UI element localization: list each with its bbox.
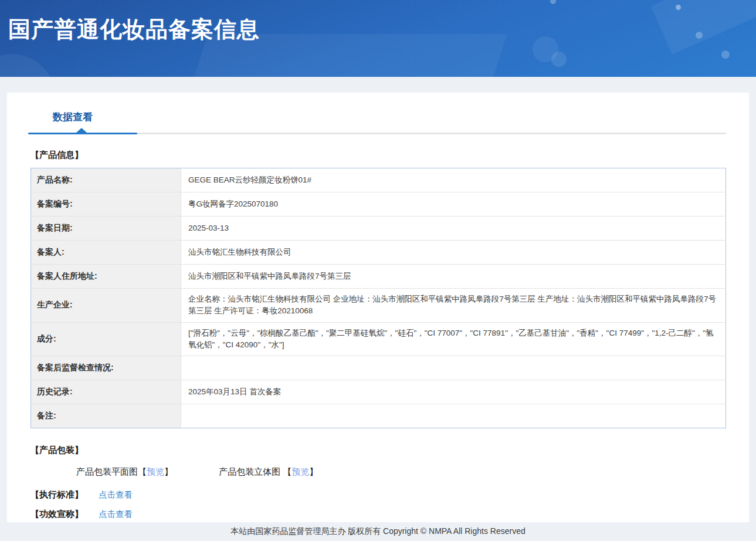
table-row: 产品名称: GEGE BEAR云纱轻颜定妆粉饼01# — [31, 168, 726, 192]
row-value: ["滑石粉"，"云母"，"棕榈酸乙基己酯"，"聚二甲基硅氧烷"，"硅石"，"CI… — [181, 322, 726, 356]
packaging-row: 产品包装平面图【预览】 产品包装立体图 【预览】 — [76, 466, 726, 478]
banner-circle-decoration — [551, 52, 567, 67]
efficacy-claim-label: 【功效宣称】 — [30, 509, 83, 519]
table-row: 成分: ["滑石粉"，"云母"，"棕榈酸乙基己酯"，"聚二甲基硅氧烷"，"硅石"… — [31, 322, 726, 356]
tab-active-underline — [28, 133, 137, 134]
table-row: 生产企业: 企业名称：汕头市铭汇生物科技有限公司 企业地址：汕头市潮阳区和平镇紫… — [31, 289, 726, 323]
efficacy-claim-row: 【功效宣称】 点击查看 — [30, 509, 726, 520]
footer-copyright-text: 本站由国家药品监督管理局主办 版权所有 Copyright © NMPA All… — [230, 526, 525, 536]
packaging-flat-preview-link[interactable]: 预览 — [147, 466, 164, 476]
bracket: 【 — [138, 466, 147, 476]
packaging-3d-image-item: 产品包装立体图 【预览】 — [219, 466, 318, 478]
row-label: 备案日期: — [31, 217, 181, 241]
bracket: 】 — [164, 466, 173, 476]
row-label: 历史记录: — [31, 380, 181, 404]
row-value: 汕头市铭汇生物科技有限公司 — [181, 241, 726, 265]
packaging-3d-preview-link[interactable]: 预览 — [291, 466, 309, 476]
table-row: 备案后监督检查情况: — [31, 356, 726, 380]
banner-circle-decoration — [0, 54, 56, 77]
content-card: 数据查看 【产品信息】 产品名称: GEGE BEAR云纱轻颜定妆粉饼01# 备… — [7, 93, 749, 522]
page-footer: 本站由国家药品监督管理局主办 版权所有 Copyright © NMPA All… — [0, 522, 756, 541]
tab-bar: 数据查看 — [7, 93, 749, 134]
efficacy-claim-view-link[interactable]: 点击查看 — [99, 509, 133, 519]
table-row: 备案编号: 粤G妆网备字2025070180 — [31, 192, 726, 217]
table-row: 备案日期: 2025-03-13 — [31, 217, 726, 241]
row-value: 粤G妆网备字2025070180 — [181, 192, 726, 217]
row-value: 企业名称：汕头市铭汇生物科技有限公司 企业地址：汕头市潮阳区和平镇紫中路凤皋路段… — [181, 289, 726, 323]
row-value: 2025-03-13 — [181, 217, 726, 241]
page-header: 国产普通化妆品备案信息 — [0, 0, 756, 77]
exec-standard-label: 【执行标准】 — [30, 489, 83, 499]
exec-standard-row: 【执行标准】 点击查看 — [30, 489, 726, 501]
row-label: 生产企业: — [31, 289, 181, 323]
bracket: 】 — [309, 466, 318, 476]
packaging-3d-image-label: 产品包装立体图 — [219, 466, 283, 476]
packaging-flat-image-item: 产品包装平面图【预览】 — [76, 466, 173, 478]
table-row: 备注: — [31, 404, 726, 428]
tab-active-indicator-icon — [76, 128, 87, 133]
row-label: 备案人: — [31, 241, 181, 265]
row-value — [181, 356, 726, 380]
row-label: 备注: — [31, 404, 181, 428]
packaging-section-title: 【产品包装】 — [30, 445, 726, 456]
row-label: 成分: — [31, 322, 181, 356]
row-value: 2025年03月13日 首次备案 — [181, 380, 726, 404]
exec-standard-view-link[interactable]: 点击查看 — [99, 490, 133, 499]
row-label: 产品名称: — [31, 168, 181, 192]
table-row: 历史记录: 2025年03月13日 首次备案 — [31, 380, 726, 404]
page-title: 国产普通化妆品备案信息 — [0, 0, 756, 45]
table-row: 备案人住所地址: 汕头市潮阳区和平镇紫中路凤皋路段7号第三层 — [31, 265, 726, 289]
row-value — [181, 404, 726, 428]
product-info-table: 产品名称: GEGE BEAR云纱轻颜定妆粉饼01# 备案编号: 粤G妆网备字2… — [30, 168, 726, 428]
row-label: 备案编号: — [31, 192, 181, 217]
banner-dot-decoration — [721, 50, 730, 59]
row-label: 备案后监督检查情况: — [31, 356, 181, 380]
row-value: 汕头市潮阳区和平镇紫中路凤皋路段7号第三层 — [181, 265, 726, 289]
product-info-section-title: 【产品信息】 — [30, 150, 726, 161]
row-value: GEGE BEAR云纱轻颜定妆粉饼01# — [181, 168, 726, 192]
bracket: 【 — [283, 466, 291, 476]
row-label: 备案人住所地址: — [31, 265, 181, 289]
packaging-flat-image-label: 产品包装平面图 — [76, 466, 138, 476]
table-row: 备案人: 汕头市铭汇生物科技有限公司 — [31, 241, 726, 265]
tab-underline — [28, 133, 726, 134]
